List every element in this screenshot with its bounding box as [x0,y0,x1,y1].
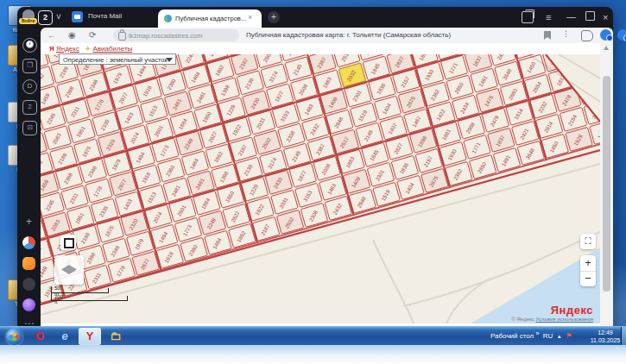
zoom-in-button[interactable]: + [580,255,596,272]
page-title: Публичная кадастровая карта: г. Тольятти… [246,31,451,39]
scroll-up-icon[interactable] [604,46,609,50]
yandex-letter-icon: Я [49,45,54,53]
map-canvas[interactable]: 1825140214531518224523111776267719162360… [41,54,600,323]
more-options-icon[interactable]: ⋮ [562,29,570,38]
history-icon[interactable]: 🕐 [22,38,37,53]
tabs-2-icon[interactable]: 2 [22,100,37,115]
tab-pochta-mail[interactable]: Почта Mail [88,12,122,20]
dzen-icon[interactable]: D [22,79,37,94]
minimize-icon[interactable]: — [566,9,576,23]
service-links: Я Яндекс ✈ Авиабилеты [49,45,132,53]
yandex-maps-logo[interactable]: Яндекс [511,304,593,317]
avia-link[interactable]: Авиабилеты [93,45,133,53]
download-extension-icon[interactable] [600,29,611,41]
browser-toolbar: ← ◉ ⟳ lk1map.roscadastres.com Публичная … [41,28,613,43]
copyright-text: © Яндекс [511,317,534,322]
tab-label: Публичная кадастров... [175,15,246,22]
start-button[interactable] [3,328,25,345]
parcel-type-select[interactable]: Определение : земельный участок [59,53,176,65]
layers-cube-icon [61,265,77,274]
music-icon[interactable] [22,257,35,270]
browser-sidebar: 🕐 ❐ D 2 ⊡ + ⋯ [17,28,41,326]
address-bar[interactable]: lk1map.roscadastres.com [113,29,239,41]
add-service-icon[interactable]: + [22,216,35,229]
tab-cadastre[interactable]: Публичная кадастров... × [158,9,262,28]
internet-explorer-icon: e [61,329,67,342]
clock-time: 12:49 [590,329,621,336]
page-scrollbar[interactable] [600,43,613,326]
url-text: lk1map.roscadastres.com [129,32,202,40]
measure-button[interactable] [60,235,76,250]
glove-extension-icon[interactable] [581,30,593,41]
back-icon[interactable]: ← [47,30,56,40]
signin-badge[interactable]: Войти [19,18,37,24]
taskbar-clock[interactable]: 12:49 11.03.2025 [590,329,621,344]
service-dark-icon[interactable] [22,278,35,291]
dropdown-arrow-icon [166,58,173,62]
extension-shield-icon[interactable]: ◉ [68,30,76,40]
sync-extension-icon[interactable] [617,29,626,41]
zoom-out-button[interactable]: − [580,272,596,286]
layers-button[interactable] [54,255,84,285]
taskbar-explorer[interactable]: 🗀 [104,328,127,345]
chevron-down-icon[interactable]: ˅ [54,10,64,23]
map-attribution: Яндекс © Яндекс Условия использования [511,304,593,322]
opera-icon: O [35,329,44,342]
scrollbar-thumb[interactable] [603,76,610,292]
bottom-band [0,345,626,364]
square-icon [64,238,74,248]
tray-alert-icon[interactable]: ⚑ [566,332,572,340]
tab-count-button[interactable]: 2 [38,10,53,25]
tab-groups-icon[interactable]: ❐ [22,59,37,73]
taskbar-yandex-browser[interactable]: Y [79,328,101,345]
tray-expand-icon[interactable]: ▲ [557,334,562,339]
clock-date: 11.03.2025 [590,336,621,344]
folder-icon: 🗀 [111,329,122,342]
taskbar-internet-explorer[interactable]: e [54,328,76,345]
screencast-icon[interactable]: ⊡ [22,121,37,135]
bookmark-icon[interactable] [544,31,551,40]
toolbar-chevron[interactable]: » [535,330,539,336]
screen: КомпАрхиКаКаТАТ Войти 2 ˅ Почта Mail Пуб… [0,0,626,364]
mail-tab-icon[interactable] [72,11,83,22]
taskbar-opera[interactable]: O [28,328,51,345]
maximize-icon[interactable] [585,11,595,21]
yandex-browser-icon: Y [86,329,94,342]
close-window-icon[interactable]: × [603,10,608,24]
fullscreen-button[interactable]: ⛶ [580,234,596,249]
close-tab-icon[interactable]: × [248,13,252,22]
zoom-control: + − [580,255,596,286]
cadastral-map[interactable]: 1825140214531518224523111776267719162360… [41,54,600,323]
show-desktop-button[interactable] [621,327,626,346]
new-tab-button[interactable]: + [268,11,280,23]
yandex-link[interactable]: Яндекс [56,45,79,53]
taskbar: O e Y 🗀 Рабочий стол » RU ▲ ⚑ 12:49 11.0… [0,326,626,345]
browser-window: Войти 2 ˅ Почта Mail Публичная кадастров… [17,7,613,326]
plane-icon: ✈ [85,45,92,53]
tray-area: Рабочий стол » RU ▲ ⚑ [490,332,572,340]
menu-icon[interactable]: ≡ [546,10,551,24]
lock-icon [118,32,126,41]
side-panel-icon[interactable] [522,11,534,23]
language-indicator[interactable]: RU [543,332,553,340]
games-icon[interactable] [22,236,35,249]
alice-icon[interactable] [22,298,35,311]
page-content: Я Яндекс ✈ Авиабилеты 182514021453151822… [41,43,613,326]
desktop-toolbar-label[interactable]: Рабочий стол [490,332,534,340]
reload-icon[interactable]: ⟳ [89,30,96,40]
scale-ft-label: 200 ft [54,294,63,304]
browser-titlebar: Войти 2 ˅ Почта Mail Публичная кадастров… [17,7,613,28]
terms-link[interactable]: Условия использования [535,317,593,322]
windows-orb-icon [6,329,22,345]
cadastre-favicon [164,15,172,22]
